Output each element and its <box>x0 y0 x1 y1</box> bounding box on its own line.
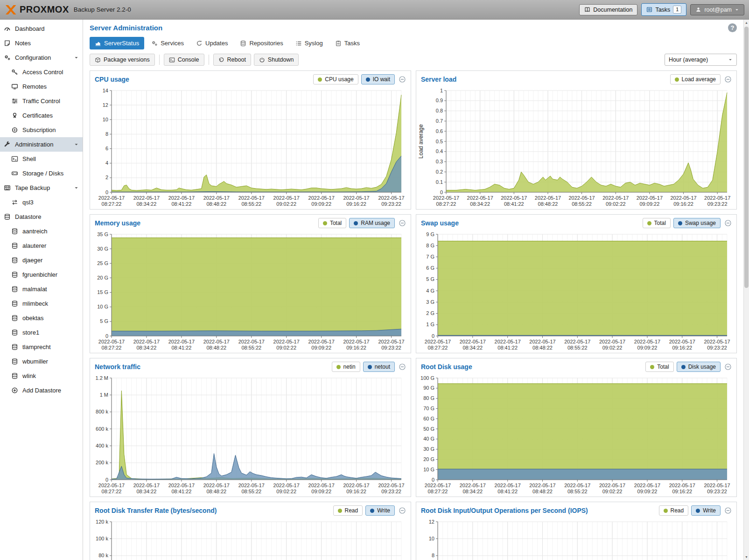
help-button[interactable]: ? <box>728 23 737 32</box>
svg-text:10 G: 10 G <box>423 467 434 472</box>
legend-label: Load average <box>682 76 716 83</box>
svg-text:2022-05-17: 2022-05-17 <box>669 483 695 488</box>
sidebar-item-mlimbeck[interactable]: mlimbeck <box>0 296 83 311</box>
legend-item[interactable]: netin <box>332 362 360 372</box>
sidebar-item-add-datastore[interactable]: Add Datastore <box>0 383 83 398</box>
sidebar-item-fgruenbichler[interactable]: fgruenbichler <box>0 267 83 282</box>
user-menu-button[interactable]: root@pam <box>690 4 744 15</box>
svg-text:09:16:22: 09:16:22 <box>672 489 692 494</box>
svg-text:08:27:22: 08:27:22 <box>102 345 122 350</box>
sidebar-item-access-control[interactable]: Access Control <box>0 65 83 79</box>
tab-syslog[interactable]: Syslog <box>290 37 328 49</box>
sidebar-item-qsl3[interactable]: qsl3 <box>0 195 83 210</box>
legend-item[interactable]: Read <box>659 505 689 516</box>
scroll-up-icon[interactable]: ▲ <box>744 20 749 26</box>
tab-services[interactable]: Services <box>146 37 189 49</box>
scrollbar-thumb[interactable] <box>744 27 749 288</box>
legend-item[interactable]: RAM usage <box>349 218 395 228</box>
collapse-panel-icon[interactable] <box>724 219 732 227</box>
sidebar-item-traffic-control[interactable]: Traffic Control <box>0 94 83 108</box>
svg-text:09:02:22: 09:02:22 <box>602 345 623 350</box>
svg-text:2022-05-17: 2022-05-17 <box>501 195 527 201</box>
sidebar-item-certificates[interactable]: Certificates <box>0 108 83 123</box>
time-range-select[interactable]: Hour (average) <box>665 54 737 66</box>
svg-text:10 G: 10 G <box>97 304 108 309</box>
collapse-panel-icon[interactable] <box>724 363 732 371</box>
chevron-down-icon[interactable] <box>74 185 79 190</box>
collapse-panel-icon[interactable] <box>724 76 732 83</box>
svg-text:2022-05-17: 2022-05-17 <box>670 195 696 201</box>
tasks-button[interactable]: Tasks 1 <box>641 3 686 16</box>
database-icon <box>11 228 18 235</box>
svg-text:09:16:22: 09:16:22 <box>346 489 366 494</box>
sidebar-item-label: djaeger <box>22 257 42 264</box>
chevron-down-icon[interactable] <box>74 142 79 147</box>
legend: Load average <box>670 74 721 84</box>
sidebar-item-subscription[interactable]: Subscription <box>0 123 83 137</box>
top-bar: PROXMOX Backup Server 2.2-0 Documentatio… <box>0 0 749 20</box>
legend-item[interactable]: Load average <box>670 74 721 84</box>
legend-item[interactable]: Write <box>365 505 395 516</box>
svg-text:2022-05-17: 2022-05-17 <box>168 195 195 201</box>
legend-item[interactable]: Total <box>643 218 671 228</box>
sidebar-item-label: Tape Backup <box>15 184 50 191</box>
tab-updates[interactable]: Updates <box>191 37 233 49</box>
svg-text:09:09:22: 09:09:22 <box>311 201 331 207</box>
sidebar-item-malmalat[interactable]: malmalat <box>0 282 83 296</box>
chevron-down-icon[interactable] <box>74 55 79 60</box>
legend-item[interactable]: Write <box>691 505 721 516</box>
package-versions-button[interactable]: Package versions <box>90 54 155 66</box>
legend-item[interactable]: Total <box>318 218 346 228</box>
legend-item[interactable]: CPU usage <box>313 74 358 84</box>
collapse-panel-icon[interactable] <box>399 507 406 514</box>
sidebar-item-wlink[interactable]: wlink <box>0 369 83 383</box>
legend-dot <box>323 221 327 225</box>
collapse-panel-icon[interactable] <box>399 76 406 83</box>
legend-item[interactable]: netout <box>363 362 395 372</box>
tab-label: Tasks <box>344 40 360 47</box>
area-chart-icon <box>95 40 101 47</box>
sidebar-item-djaeger[interactable]: djaeger <box>0 253 83 267</box>
product-version: Backup Server 2.2-0 <box>74 6 131 13</box>
sidebar-item-aantreich[interactable]: aantreich <box>0 224 83 238</box>
sidebar-item-configuration[interactable]: Configuration <box>0 50 83 65</box>
sidebar-item-tape-backup[interactable]: Tape Backup <box>0 181 83 195</box>
collapse-panel-icon[interactable] <box>399 219 406 227</box>
collapse-panel-icon[interactable] <box>724 507 732 514</box>
documentation-button[interactable]: Documentation <box>579 4 637 15</box>
legend-item[interactable]: Disk usage <box>677 362 721 372</box>
tab-serverstatus[interactable]: ServerStatus <box>90 37 144 49</box>
sidebar-item-obektas[interactable]: obektas <box>0 311 83 325</box>
sidebar-item-alauterer[interactable]: alauterer <box>0 238 83 253</box>
sidebar-item-remotes[interactable]: Remotes <box>0 79 83 94</box>
sidebar-item-store1[interactable]: store1 <box>0 325 83 340</box>
sidebar-item-storage-disks[interactable]: Storage / Disks <box>0 166 83 181</box>
svg-text:1.2 M: 1.2 M <box>95 375 108 381</box>
sidebar-item-dashboard[interactable]: Dashboard <box>0 21 83 36</box>
tab-tasks[interactable]: Tasks <box>330 37 365 49</box>
legend-dot <box>368 365 372 369</box>
legend-item[interactable]: Swap usage <box>673 218 721 228</box>
collapse-panel-icon[interactable] <box>399 363 406 371</box>
tape-icon <box>4 184 11 191</box>
svg-text:120 k: 120 k <box>96 519 108 525</box>
sidebar-item-administration[interactable]: Administration <box>0 137 83 152</box>
legend: netin netout <box>332 362 395 372</box>
vertical-scrollbar[interactable]: ▲ ▼ <box>743 20 749 560</box>
hdd-icon <box>11 170 18 177</box>
terminal-icon <box>11 155 18 162</box>
sidebar-item-shell[interactable]: Shell <box>0 152 83 166</box>
shutdown-button[interactable]: Shutdown <box>254 54 299 66</box>
scroll-down-icon[interactable]: ▼ <box>744 554 749 560</box>
tab-repositories[interactable]: Repositories <box>235 37 288 49</box>
sidebar-item-wbumiller[interactable]: wbumiller <box>0 354 83 369</box>
sidebar-item-notes[interactable]: Notes <box>0 36 83 50</box>
reboot-button[interactable]: Reboot <box>213 54 251 66</box>
legend-item[interactable]: IO wait <box>361 74 395 84</box>
sidebar-item-tlamprecht[interactable]: tlamprecht <box>0 340 83 354</box>
legend-item[interactable]: Total <box>645 362 673 372</box>
console-button[interactable]: Console <box>164 54 204 66</box>
sidebar-item-datastore[interactable]: Datastore <box>0 210 83 224</box>
legend-item[interactable]: Read <box>333 505 363 516</box>
svg-text:2022-05-17: 2022-05-17 <box>378 339 404 344</box>
